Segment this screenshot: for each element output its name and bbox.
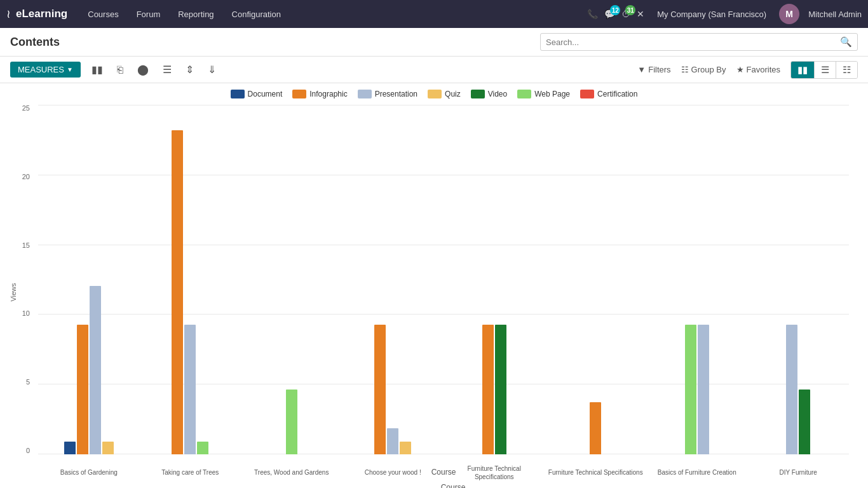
- chart-bar[interactable]: [495, 325, 506, 454]
- course-label: Choose your wood !: [365, 468, 421, 477]
- course-group: Taking care of Trees: [140, 130, 241, 454]
- grid-view-button[interactable]: ☷: [836, 62, 857, 78]
- groupby-button[interactable]: ☷ Group By: [681, 65, 726, 74]
- chart-bar[interactable]: [197, 442, 208, 454]
- legend-label: Infographic: [309, 90, 347, 98]
- topnav-icons: 📞 💬 12 ⏱ 31 ✕ My Company (San Francisco)…: [587, 4, 862, 24]
- filters-button[interactable]: ▼ Filters: [637, 65, 670, 74]
- topnav: ≀ eLearning Courses Forum Reporting Conf…: [0, 0, 868, 28]
- activity-icon[interactable]: ⏱ 31: [621, 9, 630, 19]
- nav-links: Courses Forum Reporting Configuration: [80, 7, 587, 22]
- view-buttons: ▮▮ ☰ ☷: [790, 61, 858, 79]
- avatar[interactable]: M: [779, 4, 799, 24]
- close-icon[interactable]: ✕: [637, 9, 644, 19]
- bars-row: Basics of GardeningTaking care of TreesT…: [38, 105, 849, 454]
- descending-button[interactable]: ⇓: [202, 60, 222, 79]
- course-label: Taking care of Trees: [161, 468, 219, 477]
- legend-color-swatch: [428, 90, 442, 98]
- chart-view-button[interactable]: ▮▮: [791, 62, 815, 78]
- bar-chart: Views 0510152025 Basics of GardeningTaki…: [0, 105, 868, 480]
- brand-logo[interactable]: eLearning: [16, 8, 67, 20]
- chart-bar[interactable]: [374, 325, 386, 454]
- legend-label: Certification: [597, 90, 637, 98]
- course-label: DIY Furniture: [780, 468, 817, 477]
- chart-type-buttons: ▮▮ ⎗ ⬤ ☰ ⇕ ⇓: [86, 60, 222, 79]
- legend-label: Web Page: [534, 90, 570, 98]
- course-label: Basics of Gardening: [60, 468, 118, 477]
- legend-item: Document: [231, 90, 283, 98]
- filter-icon: ▼: [637, 65, 646, 74]
- toolbar-right: ▼ Filters ☷ Group By ★ Favorites ▮▮ ☰ ☷: [637, 61, 858, 79]
- chart-bar[interactable]: [286, 390, 297, 454]
- star-icon: ★: [736, 65, 744, 74]
- chart-bar[interactable]: [685, 325, 696, 454]
- messages-icon[interactable]: 💬 12: [604, 9, 615, 19]
- chart-bar[interactable]: [400, 442, 411, 454]
- activity-badge: 31: [625, 5, 635, 15]
- chart-bar[interactable]: [698, 325, 709, 454]
- legend-item: Presentation: [358, 90, 417, 98]
- line-chart-button[interactable]: ⎗: [111, 61, 129, 79]
- chart-bar[interactable]: [482, 325, 494, 454]
- chart-bar[interactable]: [786, 325, 797, 454]
- chart-area: Document Infographic Presentation Quiz V…: [0, 83, 868, 488]
- search-bar[interactable]: 🔍: [540, 33, 858, 51]
- chart-bar[interactable]: [799, 390, 810, 454]
- search-icon[interactable]: 🔍: [840, 36, 852, 48]
- chart-bar[interactable]: [172, 130, 183, 454]
- phone-icon[interactable]: 📞: [587, 9, 598, 19]
- x-axis-label: Course: [0, 483, 868, 488]
- grid-icon[interactable]: ≀: [6, 7, 11, 21]
- favorites-button[interactable]: ★ Favorites: [736, 65, 780, 74]
- legend-item: Video: [471, 90, 507, 98]
- toolbar: MEASURES ▼ ▮▮ ⎗ ⬤ ☰ ⇕ ⇓ ▼ Filters ☷ Grou…: [0, 57, 868, 83]
- course-group: Furniture Technical Specifications: [545, 402, 647, 454]
- chart-bar[interactable]: [90, 286, 101, 454]
- course-label: Furniture TechnicalSpecifications: [468, 464, 521, 481]
- chart-inner: Basics of GardeningTaking care of TreesT…: [38, 105, 849, 454]
- nav-forum[interactable]: Forum: [129, 7, 168, 22]
- nav-configuration[interactable]: Configuration: [224, 7, 288, 22]
- y-axis-label: 20: [22, 173, 30, 180]
- y-axis-label: 0: [26, 447, 30, 454]
- bar-chart-button[interactable]: ▮▮: [86, 60, 109, 79]
- legend-color-swatch: [517, 90, 531, 98]
- legend-item: Quiz: [428, 90, 461, 98]
- nav-reporting[interactable]: Reporting: [170, 7, 221, 22]
- course-group: Basics of Furniture Creation: [646, 325, 748, 454]
- y-axis-label: 15: [22, 242, 30, 249]
- legend-item: Infographic: [292, 90, 347, 98]
- chart-bar[interactable]: [77, 325, 88, 454]
- chart-bar[interactable]: [64, 442, 76, 454]
- legend-color-swatch: [580, 90, 594, 98]
- chart-bar[interactable]: [102, 442, 114, 454]
- measures-label: MEASURES: [18, 65, 64, 74]
- x-axis-title: Course: [431, 468, 456, 477]
- chart-bar[interactable]: [387, 428, 398, 454]
- legend-label: Video: [488, 90, 507, 98]
- legend-item: Certification: [580, 90, 637, 98]
- page-title: Contents: [10, 36, 540, 49]
- subheader: Contents 🔍: [0, 28, 868, 57]
- legend-label: Presentation: [375, 90, 417, 98]
- ascending-button[interactable]: ⇕: [180, 60, 200, 79]
- course-group: Basics of Gardening: [38, 286, 140, 454]
- legend-color-swatch: [358, 90, 372, 98]
- legend-label: Quiz: [445, 90, 461, 98]
- stacked-button[interactable]: ☰: [157, 60, 177, 79]
- course-group: Choose your wood !: [342, 325, 444, 454]
- pie-chart-button[interactable]: ⬤: [132, 60, 154, 79]
- course-group: DIY Furniture: [748, 325, 850, 454]
- chart-legend: Document Infographic Presentation Quiz V…: [0, 90, 868, 98]
- messages-badge: 12: [610, 5, 620, 15]
- list-view-button[interactable]: ☰: [815, 62, 836, 78]
- chart-bar[interactable]: [184, 325, 196, 454]
- legend-color-swatch: [471, 90, 485, 98]
- legend-color-swatch: [292, 90, 306, 98]
- course-group: Trees, Wood and Gardens: [241, 390, 342, 454]
- nav-courses[interactable]: Courses: [80, 7, 126, 22]
- search-input[interactable]: [546, 37, 840, 47]
- measures-button[interactable]: MEASURES ▼: [10, 62, 81, 78]
- chart-bar[interactable]: [590, 402, 601, 454]
- y-axis: 0510152025: [0, 105, 35, 454]
